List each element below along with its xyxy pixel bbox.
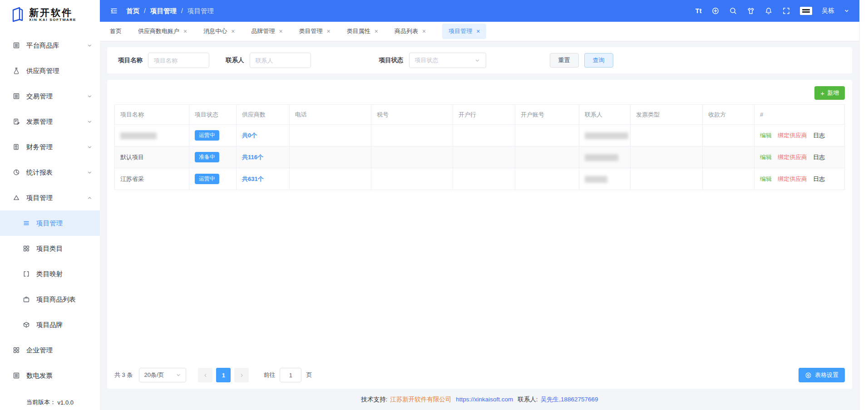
current-page-button[interactable]: 1 <box>216 368 231 382</box>
sidebar-item-finance-mgmt[interactable]: 财务管理 <box>0 134 100 160</box>
theme-icon[interactable] <box>747 7 755 15</box>
tab-brand-mgmt[interactable]: 品牌管理 × <box>251 27 282 35</box>
topbar-actions: Tt 吴栋 <box>695 7 849 15</box>
breadcrumb-separator: / <box>181 7 183 15</box>
supplier-count-link[interactable]: 共0个 <box>242 132 257 139</box>
bind-supplier-link[interactable]: 绑定供应商 <box>778 154 807 161</box>
logo-book-icon <box>11 6 25 23</box>
next-page-button[interactable]: › <box>234 368 249 382</box>
close-icon[interactable]: × <box>422 28 426 34</box>
grid-icon <box>23 245 30 252</box>
edit-link[interactable]: 编辑 <box>760 154 772 161</box>
sidebar-item-category-mapping[interactable]: 类目映射 <box>0 261 100 287</box>
sidebar-item-project-goods-list[interactable]: 项目商品列表 <box>0 287 100 312</box>
breadcrumb-item[interactable]: 首页 <box>126 7 139 15</box>
sidebar-item-platform-products[interactable]: 平台商品库 <box>0 33 100 58</box>
sidebar-item-label: 平台商品库 <box>26 41 59 50</box>
contact-input[interactable] <box>250 53 311 68</box>
table-row: 默认项目 准备中 共116个 编辑绑定供应商日志 <box>115 146 845 168</box>
app-name-sub: XIN KAI SOFTWARE <box>29 18 76 22</box>
website-link[interactable]: https://xinkaisoft.com <box>456 396 513 403</box>
column-header: 收款方 <box>703 105 755 125</box>
log-link[interactable]: 日志 <box>813 154 825 161</box>
tab-label: 品牌管理 <box>251 27 275 35</box>
sidebar-item-project-brand[interactable]: 项目品牌 <box>0 312 100 337</box>
breadcrumb-item[interactable]: 项目管理 <box>150 7 177 15</box>
breadcrumb-separator: / <box>144 7 146 15</box>
doc-seal-icon <box>13 143 20 151</box>
footer-contact[interactable]: 吴先生,18862757669 <box>541 395 598 404</box>
menu-lines-icon <box>23 220 30 227</box>
sidebar-item-project-mgmt-list[interactable]: 项目管理 <box>0 210 100 236</box>
log-link[interactable]: 日志 <box>813 176 825 182</box>
reset-button[interactable]: 重置 <box>550 53 579 68</box>
bind-supplier-link[interactable]: 绑定供应商 <box>778 132 807 139</box>
close-icon[interactable]: × <box>327 28 330 34</box>
close-icon[interactable]: × <box>279 28 282 34</box>
table-settings-button[interactable]: 表格设置 <box>799 368 845 382</box>
plus-icon: + <box>820 89 824 97</box>
close-icon[interactable]: × <box>476 28 480 34</box>
sidebar-item-digital-invoice[interactable]: 数电发票 <box>0 363 100 388</box>
supplier-count-link[interactable]: 共631个 <box>242 176 264 182</box>
page-size-select[interactable]: 20条/页 <box>139 368 186 382</box>
sidebar-item-stats-report[interactable]: 统计报表 <box>0 160 100 185</box>
column-header: 项目名称 <box>115 105 189 125</box>
sidebar-item-enterprise-mgmt[interactable]: 企业管理 <box>0 337 100 363</box>
search-icon[interactable] <box>729 7 737 15</box>
contact-label: 联系人 <box>226 56 244 64</box>
supplier-count-link[interactable]: 共116个 <box>242 154 263 161</box>
sidebar-item-label: 数电发票 <box>26 371 53 380</box>
sidebar-item-label: 项目品牌 <box>36 321 63 329</box>
goto-page-input[interactable] <box>280 368 301 382</box>
edit-link[interactable]: 编辑 <box>760 132 772 139</box>
breadcrumb-item[interactable]: 项目管理 <box>187 7 214 15</box>
goto-label: 前往 <box>263 371 275 379</box>
chevron-down-icon[interactable] <box>844 8 849 14</box>
edit-link[interactable]: 编辑 <box>760 176 772 182</box>
scrollbar[interactable] <box>859 0 868 410</box>
tab-home[interactable]: 首页 <box>110 27 122 35</box>
status-badge: 准备中 <box>195 152 219 162</box>
log-link[interactable]: 日志 <box>813 132 825 139</box>
sidebar-item-invoice-mgmt[interactable]: 发票管理 <box>0 109 100 134</box>
tab-supplier-digital-account[interactable]: 供应商数电账户 × <box>138 27 187 35</box>
username[interactable]: 吴栋 <box>822 7 834 15</box>
add-button[interactable]: + 新增 <box>814 86 845 100</box>
redacted-text <box>120 132 157 139</box>
filter-bar: 项目名称 联系人 项目状态 项目状态 重置 查询 <box>107 47 852 73</box>
close-icon[interactable]: × <box>231 28 235 34</box>
table-row: 江苏省采 运营中 共631个 编辑绑定供应商日志 <box>115 168 845 190</box>
total-count: 共 3 条 <box>114 371 133 379</box>
column-header: 税号 <box>371 105 453 125</box>
close-icon[interactable]: × <box>375 28 378 34</box>
bind-supplier-link[interactable]: 绑定供应商 <box>778 176 807 182</box>
column-header: 联系人 <box>579 105 631 125</box>
sidebar-item-trade-mgmt[interactable]: 交易管理 <box>0 83 100 109</box>
tab-goods-list[interactable]: 商品列表 × <box>395 27 426 35</box>
sidebar-item-supplier-mgmt[interactable]: 供应商管理 <box>0 58 100 83</box>
prev-page-button[interactable]: ‹ <box>198 368 212 382</box>
fullscreen-icon[interactable] <box>782 7 790 15</box>
collapse-sidebar-icon[interactable] <box>110 7 118 15</box>
tab-category-attr[interactable]: 类目属性 × <box>347 27 378 35</box>
project-status-label: 项目状态 <box>379 56 404 64</box>
locate-icon[interactable] <box>711 7 720 15</box>
font-size-icon[interactable]: Tt <box>695 7 702 15</box>
close-icon[interactable]: × <box>183 28 187 34</box>
project-name-input[interactable] <box>148 53 209 68</box>
project-status-select[interactable]: 项目状态 <box>409 53 486 68</box>
notification-icon[interactable] <box>764 7 773 15</box>
column-header: 项目状态 <box>189 105 237 125</box>
tab-project-mgmt[interactable]: 项目管理 × <box>442 24 486 39</box>
search-button[interactable]: 查询 <box>584 53 613 68</box>
page-unit-label: 页 <box>306 371 312 379</box>
sidebar-item-project-mgmt[interactable]: 项目管理 <box>0 185 100 210</box>
tab-message-center[interactable]: 消息中心 × <box>203 27 235 35</box>
tab-category-mgmt[interactable]: 类目管理 × <box>299 27 330 35</box>
sidebar-item-project-category[interactable]: 项目类目 <box>0 236 100 261</box>
chevron-down-icon <box>87 43 93 49</box>
chevron-down-icon <box>87 170 93 176</box>
briefcase-icon <box>23 296 30 303</box>
avatar[interactable] <box>800 7 812 15</box>
